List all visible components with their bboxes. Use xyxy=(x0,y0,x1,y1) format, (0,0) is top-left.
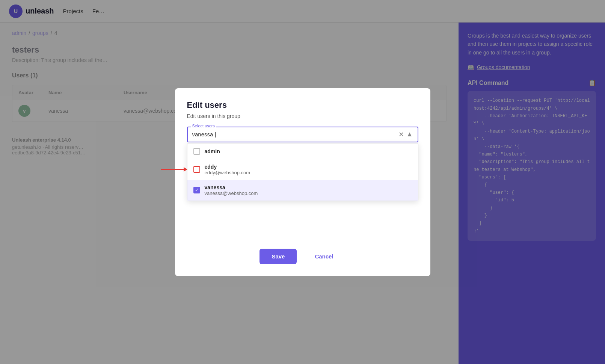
select-users-wrapper: Select users ✕ ▲ admin xyxy=(187,127,418,142)
modal-title: Edit users xyxy=(187,100,418,110)
dropdown-item-admin[interactable]: admin xyxy=(187,143,418,159)
dropdown-list: admin eddy eddy@webshop.com xyxy=(187,143,418,201)
select-users-label: Select users xyxy=(191,124,217,128)
cancel-button[interactable]: Cancel xyxy=(303,249,345,264)
search-input[interactable] xyxy=(192,131,395,137)
modal-footer: Save Cancel xyxy=(187,234,418,264)
dropdown-user-info-admin: admin xyxy=(205,148,220,154)
clear-icon[interactable]: ✕ xyxy=(398,130,404,139)
chevron-up-icon[interactable]: ▲ xyxy=(406,130,413,138)
red-arrow-annotation xyxy=(161,167,187,172)
select-input-icons: ✕ ▲ xyxy=(398,130,413,139)
select-input-row[interactable]: ✕ ▲ xyxy=(187,127,418,142)
dropdown-item-vanessa[interactable]: ✓ vanessa vanessa@webshop.com xyxy=(187,180,418,201)
dropdown-user-info-vanessa: vanessa vanessa@webshop.com xyxy=(205,184,258,196)
dropdown-item-eddy[interactable]: eddy eddy@webshop.com xyxy=(187,159,418,180)
modal-overlay: Edit users Edit users in this group Sele… xyxy=(0,0,605,364)
edit-users-modal: Edit users Edit users in this group Sele… xyxy=(175,88,430,276)
checkbox-vanessa[interactable]: ✓ xyxy=(193,187,200,193)
modal-subtitle: Edit users in this group xyxy=(187,113,418,119)
checkbox-eddy[interactable] xyxy=(193,166,200,173)
save-button[interactable]: Save xyxy=(260,249,297,264)
checkbox-admin[interactable] xyxy=(193,148,200,155)
dropdown-user-info-eddy: eddy eddy@webshop.com xyxy=(205,164,250,175)
